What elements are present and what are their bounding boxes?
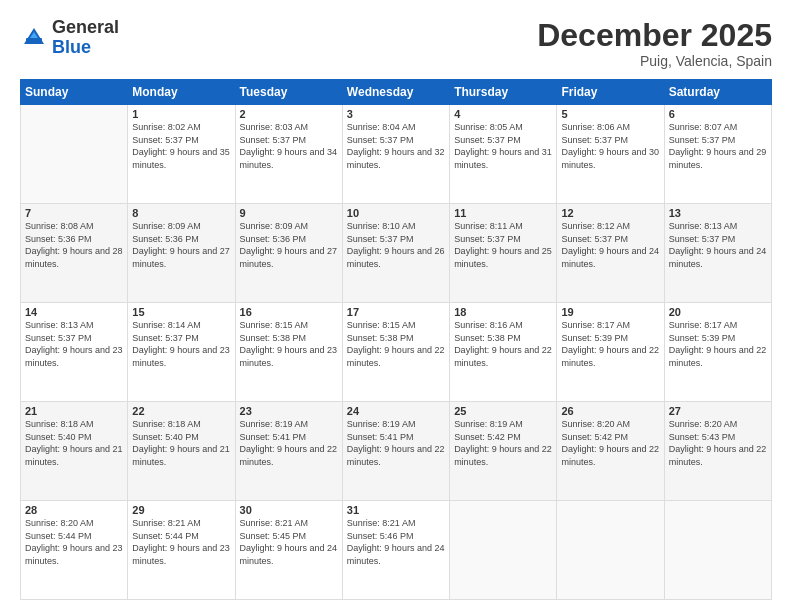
calendar-cell: 23Sunrise: 8:19 AMSunset: 5:41 PMDayligh… [235, 402, 342, 501]
day-detail: Sunrise: 8:03 AMSunset: 5:37 PMDaylight:… [240, 121, 338, 171]
logo-general: General [52, 17, 119, 37]
calendar-cell: 17Sunrise: 8:15 AMSunset: 5:38 PMDayligh… [342, 303, 449, 402]
calendar-cell: 1Sunrise: 8:02 AMSunset: 5:37 PMDaylight… [128, 105, 235, 204]
day-number: 12 [561, 207, 659, 219]
day-number: 25 [454, 405, 552, 417]
calendar-cell: 4Sunrise: 8:05 AMSunset: 5:37 PMDaylight… [450, 105, 557, 204]
logo: General Blue [20, 18, 119, 58]
day-detail: Sunrise: 8:18 AMSunset: 5:40 PMDaylight:… [132, 418, 230, 468]
day-detail: Sunrise: 8:19 AMSunset: 5:42 PMDaylight:… [454, 418, 552, 468]
calendar-cell: 25Sunrise: 8:19 AMSunset: 5:42 PMDayligh… [450, 402, 557, 501]
day-number: 30 [240, 504, 338, 516]
day-detail: Sunrise: 8:17 AMSunset: 5:39 PMDaylight:… [669, 319, 767, 369]
day-number: 3 [347, 108, 445, 120]
calendar-cell: 18Sunrise: 8:16 AMSunset: 5:38 PMDayligh… [450, 303, 557, 402]
weekday-header-sunday: Sunday [21, 80, 128, 105]
calendar-cell [557, 501, 664, 600]
calendar-week-2: 7Sunrise: 8:08 AMSunset: 5:36 PMDaylight… [21, 204, 772, 303]
calendar-cell: 13Sunrise: 8:13 AMSunset: 5:37 PMDayligh… [664, 204, 771, 303]
calendar-cell: 21Sunrise: 8:18 AMSunset: 5:40 PMDayligh… [21, 402, 128, 501]
day-detail: Sunrise: 8:15 AMSunset: 5:38 PMDaylight:… [347, 319, 445, 369]
weekday-header-thursday: Thursday [450, 80, 557, 105]
day-detail: Sunrise: 8:21 AMSunset: 5:44 PMDaylight:… [132, 517, 230, 567]
calendar-cell: 24Sunrise: 8:19 AMSunset: 5:41 PMDayligh… [342, 402, 449, 501]
calendar-week-3: 14Sunrise: 8:13 AMSunset: 5:37 PMDayligh… [21, 303, 772, 402]
day-number: 14 [25, 306, 123, 318]
calendar-week-5: 28Sunrise: 8:20 AMSunset: 5:44 PMDayligh… [21, 501, 772, 600]
day-number: 26 [561, 405, 659, 417]
calendar-body: 1Sunrise: 8:02 AMSunset: 5:37 PMDaylight… [21, 105, 772, 600]
logo-icon [20, 24, 48, 52]
day-detail: Sunrise: 8:21 AMSunset: 5:45 PMDaylight:… [240, 517, 338, 567]
day-detail: Sunrise: 8:20 AMSunset: 5:42 PMDaylight:… [561, 418, 659, 468]
calendar-cell: 11Sunrise: 8:11 AMSunset: 5:37 PMDayligh… [450, 204, 557, 303]
day-detail: Sunrise: 8:17 AMSunset: 5:39 PMDaylight:… [561, 319, 659, 369]
day-number: 21 [25, 405, 123, 417]
logo-text: General Blue [52, 18, 119, 58]
day-number: 18 [454, 306, 552, 318]
calendar-cell: 12Sunrise: 8:12 AMSunset: 5:37 PMDayligh… [557, 204, 664, 303]
day-detail: Sunrise: 8:07 AMSunset: 5:37 PMDaylight:… [669, 121, 767, 171]
calendar-cell: 22Sunrise: 8:18 AMSunset: 5:40 PMDayligh… [128, 402, 235, 501]
day-number: 5 [561, 108, 659, 120]
day-number: 9 [240, 207, 338, 219]
day-detail: Sunrise: 8:18 AMSunset: 5:40 PMDaylight:… [25, 418, 123, 468]
calendar-week-1: 1Sunrise: 8:02 AMSunset: 5:37 PMDaylight… [21, 105, 772, 204]
weekday-header-tuesday: Tuesday [235, 80, 342, 105]
day-detail: Sunrise: 8:15 AMSunset: 5:38 PMDaylight:… [240, 319, 338, 369]
calendar-cell: 14Sunrise: 8:13 AMSunset: 5:37 PMDayligh… [21, 303, 128, 402]
day-number: 1 [132, 108, 230, 120]
day-number: 10 [347, 207, 445, 219]
calendar-cell: 8Sunrise: 8:09 AMSunset: 5:36 PMDaylight… [128, 204, 235, 303]
day-detail: Sunrise: 8:11 AMSunset: 5:37 PMDaylight:… [454, 220, 552, 270]
day-number: 6 [669, 108, 767, 120]
calendar-cell: 6Sunrise: 8:07 AMSunset: 5:37 PMDaylight… [664, 105, 771, 204]
weekday-header-wednesday: Wednesday [342, 80, 449, 105]
calendar-cell: 9Sunrise: 8:09 AMSunset: 5:36 PMDaylight… [235, 204, 342, 303]
day-number: 4 [454, 108, 552, 120]
day-number: 17 [347, 306, 445, 318]
day-number: 8 [132, 207, 230, 219]
page: General Blue December 2025 Puig, Valenci… [0, 0, 792, 612]
day-detail: Sunrise: 8:13 AMSunset: 5:37 PMDaylight:… [25, 319, 123, 369]
location: Puig, Valencia, Spain [537, 53, 772, 69]
day-number: 2 [240, 108, 338, 120]
calendar: SundayMondayTuesdayWednesdayThursdayFrid… [20, 79, 772, 600]
day-detail: Sunrise: 8:09 AMSunset: 5:36 PMDaylight:… [132, 220, 230, 270]
day-detail: Sunrise: 8:04 AMSunset: 5:37 PMDaylight:… [347, 121, 445, 171]
calendar-cell [21, 105, 128, 204]
day-detail: Sunrise: 8:08 AMSunset: 5:36 PMDaylight:… [25, 220, 123, 270]
calendar-cell: 19Sunrise: 8:17 AMSunset: 5:39 PMDayligh… [557, 303, 664, 402]
calendar-cell: 3Sunrise: 8:04 AMSunset: 5:37 PMDaylight… [342, 105, 449, 204]
calendar-cell: 16Sunrise: 8:15 AMSunset: 5:38 PMDayligh… [235, 303, 342, 402]
calendar-cell: 20Sunrise: 8:17 AMSunset: 5:39 PMDayligh… [664, 303, 771, 402]
day-number: 16 [240, 306, 338, 318]
calendar-cell: 5Sunrise: 8:06 AMSunset: 5:37 PMDaylight… [557, 105, 664, 204]
day-number: 11 [454, 207, 552, 219]
calendar-cell: 2Sunrise: 8:03 AMSunset: 5:37 PMDaylight… [235, 105, 342, 204]
calendar-cell: 7Sunrise: 8:08 AMSunset: 5:36 PMDaylight… [21, 204, 128, 303]
calendar-cell [450, 501, 557, 600]
day-detail: Sunrise: 8:06 AMSunset: 5:37 PMDaylight:… [561, 121, 659, 171]
day-detail: Sunrise: 8:12 AMSunset: 5:37 PMDaylight:… [561, 220, 659, 270]
day-detail: Sunrise: 8:10 AMSunset: 5:37 PMDaylight:… [347, 220, 445, 270]
day-number: 20 [669, 306, 767, 318]
title-block: December 2025 Puig, Valencia, Spain [537, 18, 772, 69]
calendar-cell: 28Sunrise: 8:20 AMSunset: 5:44 PMDayligh… [21, 501, 128, 600]
day-detail: Sunrise: 8:20 AMSunset: 5:43 PMDaylight:… [669, 418, 767, 468]
day-detail: Sunrise: 8:09 AMSunset: 5:36 PMDaylight:… [240, 220, 338, 270]
calendar-cell: 30Sunrise: 8:21 AMSunset: 5:45 PMDayligh… [235, 501, 342, 600]
calendar-cell: 10Sunrise: 8:10 AMSunset: 5:37 PMDayligh… [342, 204, 449, 303]
day-number: 15 [132, 306, 230, 318]
calendar-cell: 29Sunrise: 8:21 AMSunset: 5:44 PMDayligh… [128, 501, 235, 600]
day-number: 23 [240, 405, 338, 417]
day-number: 13 [669, 207, 767, 219]
calendar-cell: 15Sunrise: 8:14 AMSunset: 5:37 PMDayligh… [128, 303, 235, 402]
calendar-week-4: 21Sunrise: 8:18 AMSunset: 5:40 PMDayligh… [21, 402, 772, 501]
header: General Blue December 2025 Puig, Valenci… [20, 18, 772, 69]
weekday-header-saturday: Saturday [664, 80, 771, 105]
day-detail: Sunrise: 8:05 AMSunset: 5:37 PMDaylight:… [454, 121, 552, 171]
weekday-header-monday: Monday [128, 80, 235, 105]
calendar-cell [664, 501, 771, 600]
day-number: 29 [132, 504, 230, 516]
